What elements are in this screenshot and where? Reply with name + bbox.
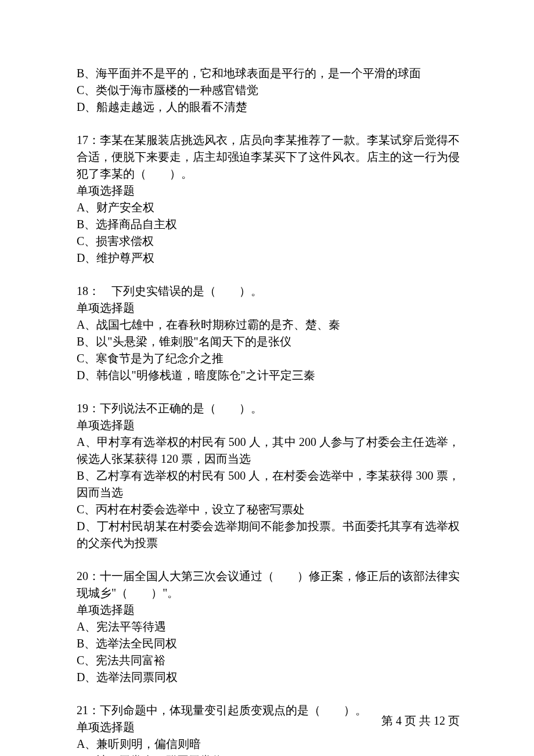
option-text: D、维护尊严权	[77, 250, 460, 267]
option-text: C、类似于海市蜃楼的一种感官错觉	[77, 82, 460, 99]
question-17: 17：李某在某服装店挑选风衣，店员向李某推荐了一款。李某试穿后觉得不合适，便脱下…	[77, 132, 460, 267]
question-stem: 17：李某在某服装店挑选风衣，店员向李某推荐了一款。李某试穿后觉得不合适，便脱下…	[77, 132, 460, 182]
page-footer: 第 4 页 共 12 页	[381, 712, 460, 729]
option-text: A、兼听则明，偏信则暗	[77, 736, 460, 753]
question-stem: 20：十一届全国人大第三次会议通过（ ）修正案，修正后的该部法律实现城乡"（ ）…	[77, 568, 460, 602]
option-text: D、丁村村民胡某在村委会选举期间不能参加投票。书面委托其享有选举权的父亲代为投票	[77, 518, 460, 552]
option-text: A、战国七雄中，在春秋时期称过霸的是齐、楚、秦	[77, 316, 460, 333]
question-20: 20：十一届全国人大第三次会议通过（ ）修正案，修正后的该部法律实现城乡"（ ）…	[77, 568, 460, 686]
question-type: 单项选择题	[77, 182, 460, 199]
option-text: A、甲村享有选举权的村民有 500 人，其中 200 人参与了村委会主任选举，候…	[77, 434, 460, 467]
page-number: 第 4 页 共 12 页	[381, 714, 460, 727]
partial-options-top: B、海平面并不是平的，它和地球表面是平行的，是一个平滑的球面 C、类似于海市蜃楼…	[77, 65, 460, 116]
question-18: 18： 下列史实错误的是（ ）。 单项选择题 A、战国七雄中，在春秋时期称过霸的…	[77, 283, 460, 384]
option-text: C、丙村在村委会选举中，设立了秘密写票处	[77, 501, 460, 518]
question-type: 单项选择题	[77, 300, 460, 316]
option-text: C、宪法共同富裕	[77, 652, 460, 669]
option-text: B、选择商品自主权	[77, 216, 460, 233]
option-text: B、乙村享有选举权的村民有 500 人，在村委会选举中，李某获得 300 票，因…	[77, 467, 460, 501]
option-text: D、韩信以"明修栈道，暗度陈仓"之计平定三秦	[77, 367, 460, 384]
option-text: B、选举法全民同权	[77, 635, 460, 652]
question-19: 19：下列说法不正确的是（ ）。 单项选择题 A、甲村享有选举权的村民有 500…	[77, 400, 460, 552]
option-text: B、海平面并不是平的，它和地球表面是平行的，是一个平滑的球面	[77, 65, 460, 82]
question-type: 单项选择题	[77, 602, 460, 618]
question-stem: 18： 下列史实错误的是（ ）。	[77, 283, 460, 300]
question-type: 单项选择题	[77, 417, 460, 434]
option-text: D、船越走越远，人的眼看不清楚	[77, 99, 460, 116]
option-text: B、以"头悬梁，锥刺股"名闻天下的是张仪	[77, 333, 460, 350]
page-content: B、海平面并不是平的，它和地球表面是平行的，是一个平滑的球面 C、类似于海市蜃楼…	[0, 0, 534, 756]
option-text: B、社稷无常奉，群臣无常位	[77, 753, 460, 756]
option-text: A、财产安全权	[77, 199, 460, 216]
option-text: C、损害求偿权	[77, 233, 460, 250]
option-text: D、选举法同票同权	[77, 669, 460, 686]
option-text: C、寒食节是为了纪念介之推	[77, 350, 460, 367]
option-text: A、宪法平等待遇	[77, 618, 460, 635]
question-stem: 19：下列说法不正确的是（ ）。	[77, 400, 460, 417]
